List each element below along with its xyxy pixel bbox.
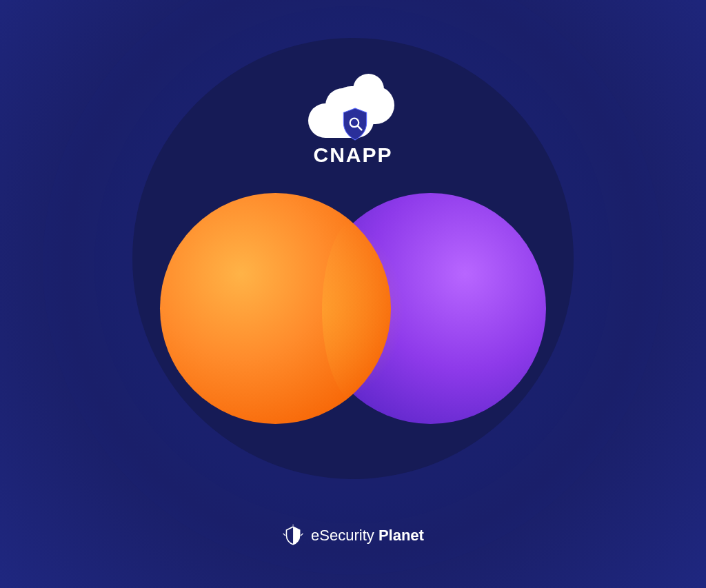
venn-diagram: APPLICATION CLOUD — [160, 193, 546, 427]
cnapp-title: CNAPP — [308, 143, 398, 167]
brand-light: eSecurity — [311, 527, 379, 544]
svg-line-27 — [283, 534, 285, 536]
cnapp-header: CNAPP — [308, 86, 398, 167]
cloud-shield-icon — [308, 86, 398, 138]
svg-line-28 — [301, 534, 303, 536]
esecurity-logo-icon — [282, 525, 304, 547]
footer-brand: eSecurity Planet — [282, 525, 424, 547]
brand-bold: Planet — [379, 527, 424, 544]
footer-text: eSecurity Planet — [311, 527, 424, 545]
cnapp-container-circle: CNAPP APPLICATION CLOUD — [132, 38, 574, 479]
venn-application-circle — [160, 193, 391, 424]
